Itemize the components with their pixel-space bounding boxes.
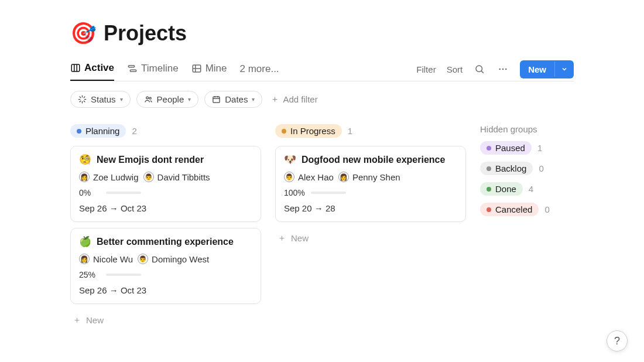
person-name: David Tibbitts bbox=[157, 172, 210, 182]
person[interactable]: 👨Alex Hao bbox=[284, 172, 334, 182]
sort-button[interactable]: Sort bbox=[447, 64, 463, 74]
status-dot bbox=[487, 187, 491, 192]
status-dot bbox=[487, 166, 491, 171]
hidden-group-canceled[interactable]: Canceled 0 bbox=[480, 203, 574, 216]
timeline-icon bbox=[127, 63, 138, 74]
group-count: 0 bbox=[544, 204, 549, 214]
person[interactable]: 👩Zoe Ludwig bbox=[79, 172, 139, 182]
hidden-groups-list: Paused 1 Backlog 0 Done 4 Canceled 0 bbox=[480, 141, 574, 216]
board: Planning 2 🧐 New Emojis dont render 👩Zoe… bbox=[70, 124, 574, 330]
card-emoji: 🧐 bbox=[79, 153, 91, 166]
filter-dates[interactable]: Dates ▾ bbox=[204, 91, 262, 108]
avatar: 👨 bbox=[138, 254, 148, 264]
person-name: Nicole Wu bbox=[93, 254, 133, 264]
search-icon[interactable] bbox=[473, 63, 486, 76]
filter-button[interactable]: Filter bbox=[416, 64, 436, 74]
tabs-right: Filter Sort New bbox=[416, 60, 574, 78]
page-emoji: 🎯 bbox=[70, 21, 97, 46]
hidden-groups-title: Hidden groups bbox=[480, 124, 574, 134]
filter-status[interactable]: Status ▾ bbox=[70, 91, 131, 108]
tab-label: Active bbox=[84, 62, 114, 74]
new-button-label: New bbox=[520, 60, 554, 78]
project-card[interactable]: 🧐 New Emojis dont render 👩Zoe Ludwig 👨Da… bbox=[70, 146, 261, 222]
status-label: Done bbox=[495, 184, 516, 194]
person-name: Domingo West bbox=[152, 254, 209, 264]
people-icon bbox=[144, 95, 153, 104]
avatar: 👩 bbox=[79, 172, 90, 182]
avatar: 👨 bbox=[143, 172, 154, 182]
tabs-more[interactable]: 2 more... bbox=[240, 63, 279, 75]
add-card-button[interactable]: ＋ New bbox=[70, 310, 261, 330]
tab-mine[interactable]: Mine bbox=[191, 58, 227, 80]
more-icon[interactable] bbox=[496, 63, 509, 76]
card-dates: Sep 26 → Oct 23 bbox=[79, 203, 252, 213]
filter-label: Dates bbox=[225, 94, 248, 104]
progress: 100% bbox=[284, 188, 457, 197]
svg-point-8 bbox=[476, 66, 482, 72]
page-root: 🎯 Projects Active Timeline bbox=[0, 0, 644, 342]
status-label: Canceled bbox=[495, 204, 532, 214]
filter-label: People bbox=[157, 94, 184, 104]
svg-line-20 bbox=[84, 97, 85, 98]
svg-point-11 bbox=[502, 69, 504, 70]
person[interactable]: 👩Nicole Wu bbox=[79, 254, 133, 264]
new-button[interactable]: New bbox=[520, 60, 574, 78]
hidden-group-done[interactable]: Done 4 bbox=[480, 182, 574, 196]
card-emoji: 🐶 bbox=[284, 153, 296, 166]
chevron-down-icon[interactable] bbox=[554, 62, 574, 77]
person[interactable]: 👩Penny Shen bbox=[338, 172, 400, 182]
progress-bar bbox=[106, 192, 141, 194]
person-name: Zoe Ludwig bbox=[93, 172, 139, 182]
filter-people[interactable]: People ▾ bbox=[136, 91, 199, 108]
column-count: 2 bbox=[132, 126, 136, 136]
tabs-bar: Active Timeline Mine 2 more... bbox=[70, 57, 574, 81]
person[interactable]: 👨Domingo West bbox=[138, 254, 209, 264]
svg-point-12 bbox=[505, 69, 507, 70]
add-card-button[interactable]: ＋ New bbox=[275, 228, 466, 248]
card-people: 👩Nicole Wu 👨Domingo West bbox=[79, 254, 252, 264]
card-people: 👩Zoe Ludwig 👨David Tibbitts bbox=[79, 172, 252, 182]
card-dates: Sep 26 → Oct 23 bbox=[79, 285, 252, 295]
tab-active[interactable]: Active bbox=[70, 57, 114, 81]
card-title: Better commenting experience bbox=[97, 237, 234, 247]
column-count: 1 bbox=[348, 126, 352, 136]
status-label: Paused bbox=[495, 143, 525, 153]
column-header: Planning 2 bbox=[70, 124, 261, 138]
plus-icon: ＋ bbox=[278, 233, 286, 244]
progress: 0% bbox=[79, 188, 252, 197]
column-in-progress: In Progress 1 🐶 Dogfood new mobile exper… bbox=[275, 124, 466, 248]
avatar: 👨 bbox=[284, 172, 294, 182]
status-dot bbox=[487, 207, 491, 212]
hidden-group-backlog[interactable]: Backlog 0 bbox=[480, 162, 574, 175]
plus-icon: ＋ bbox=[73, 315, 81, 326]
add-card-label: New bbox=[86, 315, 104, 325]
page-header: 🎯 Projects bbox=[70, 21, 574, 46]
person[interactable]: 👨David Tibbitts bbox=[143, 172, 210, 182]
svg-line-16 bbox=[84, 101, 85, 102]
card-people: 👨Alex Hao 👩Penny Shen bbox=[284, 172, 457, 182]
status-pill-canceled: Canceled bbox=[480, 203, 539, 216]
status-dot bbox=[282, 129, 286, 134]
chevron-down-icon: ▾ bbox=[252, 96, 255, 103]
status-pill-in-progress[interactable]: In Progress bbox=[275, 124, 342, 138]
calendar-icon bbox=[212, 95, 221, 104]
svg-rect-0 bbox=[71, 64, 80, 71]
tab-timeline[interactable]: Timeline bbox=[127, 58, 179, 80]
chevron-down-icon: ▾ bbox=[188, 96, 191, 103]
progress-pct: 100% bbox=[284, 188, 305, 197]
status-pill-backlog: Backlog bbox=[480, 162, 533, 175]
add-card-label: New bbox=[291, 233, 309, 243]
status-pill-planning[interactable]: Planning bbox=[70, 124, 126, 138]
project-card[interactable]: 🍏 Better commenting experience 👩Nicole W… bbox=[70, 228, 261, 304]
svg-point-22 bbox=[149, 97, 151, 99]
table-icon bbox=[191, 63, 202, 74]
hidden-group-paused[interactable]: Paused 1 bbox=[480, 141, 574, 155]
add-filter-label: Add filter bbox=[283, 94, 317, 104]
project-card[interactable]: 🐶 Dogfood new mobile experience 👨Alex Ha… bbox=[275, 146, 466, 222]
add-filter-button[interactable]: ＋ Add filter bbox=[270, 94, 317, 105]
avatar: 👩 bbox=[338, 172, 349, 182]
status-loading-icon bbox=[78, 95, 87, 104]
status-pill-paused: Paused bbox=[480, 141, 532, 155]
person-name: Penny Shen bbox=[352, 172, 400, 182]
svg-rect-3 bbox=[128, 66, 135, 67]
